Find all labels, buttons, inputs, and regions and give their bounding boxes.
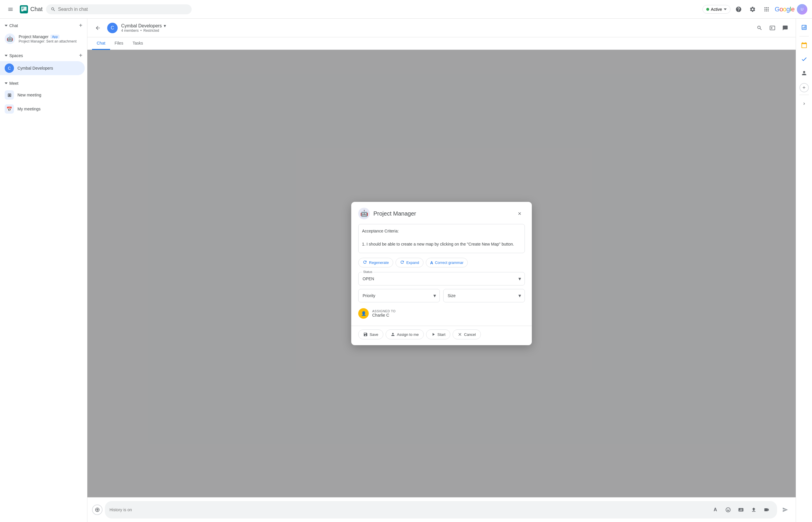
- new-meeting-label: New meeting: [18, 93, 41, 97]
- meet-section-header[interactable]: Meet: [0, 78, 87, 88]
- expand-icon: [400, 260, 405, 265]
- channel-video-button[interactable]: [767, 22, 778, 34]
- main-layout: Chat + 🤖 Project Manager App Project Man…: [0, 19, 812, 522]
- modal-bot-icon: 🤖: [358, 208, 370, 219]
- status-select-wrapper: Status OPEN IN PROGRESS DONE CANCELLED ▾: [358, 272, 525, 285]
- status-field: Status OPEN IN PROGRESS DONE CANCELLED ▾: [358, 272, 525, 285]
- channel-search-button[interactable]: [754, 22, 765, 34]
- right-sidebar: +: [796, 19, 812, 522]
- modal-overlay: 🤖 Project Manager × Acceptance Criteria:…: [87, 50, 796, 497]
- sidebar-calendar-button[interactable]: [798, 39, 811, 52]
- assign-to-me-button[interactable]: Assign to me: [386, 329, 424, 339]
- user-avatar[interactable]: U: [797, 4, 807, 15]
- size-select[interactable]: XS S M L XL: [444, 289, 525, 302]
- sidebar-item-project-manager[interactable]: 🤖 Project Manager App Project Manager: S…: [0, 31, 85, 46]
- assigned-to-section: 👤 ASSIGNED TO Charlie C: [358, 306, 525, 321]
- ai-actions: Regenerate Expand A Correct grammar: [358, 258, 525, 267]
- channel-header: C Cymbal Developers ▾ 4 members • Restri…: [87, 19, 796, 37]
- new-meeting-icon: ⊞: [5, 90, 14, 100]
- tab-chat[interactable]: Chat: [92, 37, 110, 50]
- save-button[interactable]: Save: [358, 329, 383, 339]
- regenerate-label: Regenerate: [369, 260, 389, 265]
- active-status-button[interactable]: Active: [703, 5, 730, 14]
- sidebar-check-button[interactable]: [798, 53, 811, 65]
- active-dot: [706, 8, 709, 11]
- app-tag: App: [50, 35, 60, 39]
- chat-add-button[interactable]: +: [79, 22, 82, 29]
- sidebar-tasks-button[interactable]: [798, 21, 811, 34]
- sidebar-item-info: Project Manager App Project Manager: Sen…: [19, 34, 77, 43]
- save-icon: [363, 332, 368, 337]
- svg-rect-4: [22, 8, 24, 9]
- modal-content-textarea[interactable]: Acceptance Criteria: 1. I should be able…: [358, 224, 525, 253]
- keyboard-button[interactable]: [735, 504, 747, 516]
- project-manager-label: Project Manager: [19, 34, 49, 39]
- upload-button[interactable]: [748, 504, 759, 516]
- svg-rect-3: [22, 7, 24, 8]
- search-input[interactable]: [58, 7, 187, 12]
- meet-section-label: Meet: [9, 81, 18, 86]
- tab-files[interactable]: Files: [110, 37, 128, 50]
- person-icon: [801, 70, 807, 76]
- correct-grammar-button[interactable]: A Correct grammar: [426, 258, 468, 267]
- channel-chat-button[interactable]: [779, 22, 791, 34]
- send-icon: [782, 507, 788, 513]
- priority-select[interactable]: Low Medium High Critical: [359, 289, 440, 302]
- modal-title: Project Manager: [373, 210, 511, 217]
- channel-dropdown-icon: ▾: [164, 23, 166, 28]
- chat-section-header[interactable]: Chat +: [0, 19, 87, 31]
- status-select[interactable]: OPEN IN PROGRESS DONE CANCELLED: [359, 273, 525, 285]
- settings-button[interactable]: [747, 3, 758, 15]
- channel-name-row[interactable]: Cymbal Developers ▾: [121, 23, 166, 28]
- expand-button[interactable]: Expand: [395, 258, 424, 267]
- start-icon: [431, 332, 436, 337]
- back-button[interactable]: [92, 22, 104, 34]
- search-bar[interactable]: [46, 4, 191, 14]
- format-text-button[interactable]: A: [709, 504, 721, 516]
- calendar-icon: [801, 42, 807, 48]
- priority-select-wrapper: Low Medium High Critical Priority ▾: [358, 289, 440, 302]
- video-call-icon: [764, 507, 770, 513]
- priority-size-row: Low Medium High Critical Priority ▾: [358, 289, 525, 302]
- chat-input-wrapper[interactable]: A: [105, 501, 777, 519]
- channel-header-actions: [754, 22, 791, 34]
- send-button[interactable]: [779, 504, 791, 516]
- modal-actions: Save Assign to me Start Cancel: [351, 326, 532, 345]
- topbar-right: Active Google U: [703, 3, 807, 15]
- meet-section-title: Meet: [5, 81, 18, 86]
- modal-close-button[interactable]: ×: [514, 208, 525, 219]
- help-button[interactable]: [733, 3, 745, 15]
- expand-label: Expand: [406, 260, 419, 265]
- sidebar-item-cymbal-developers[interactable]: C Cymbal Developers: [0, 61, 85, 75]
- add-content-button[interactable]: ⊕: [92, 504, 103, 515]
- assigned-avatar: 👤: [358, 308, 369, 319]
- spaces-section-label: Spaces: [9, 53, 23, 58]
- video-call-button[interactable]: [761, 504, 772, 516]
- sidebar-expand-button[interactable]: [798, 97, 811, 110]
- emoji-button[interactable]: [722, 504, 734, 516]
- regenerate-button[interactable]: Regenerate: [358, 258, 393, 267]
- sidebar-add-button[interactable]: +: [799, 83, 809, 92]
- chat-input[interactable]: [109, 507, 709, 512]
- sidebar-item-new-meeting[interactable]: ⊞ New meeting: [0, 88, 85, 102]
- sidebar-item-my-meetings[interactable]: 📅 My meetings: [0, 102, 85, 116]
- channel-members: 4 members: [121, 28, 139, 33]
- active-chevron-icon: [724, 8, 727, 10]
- spaces-section-title: Spaces: [5, 53, 23, 58]
- start-label: Start: [438, 333, 445, 337]
- spaces-section-header[interactable]: Spaces +: [0, 49, 87, 61]
- app-logo: Chat: [20, 5, 42, 14]
- sidebar-item-name-row: Project Manager App: [19, 34, 77, 39]
- cancel-button[interactable]: Cancel: [453, 329, 481, 339]
- assign-icon: [390, 332, 395, 337]
- start-button[interactable]: Start: [426, 329, 450, 339]
- keyboard-icon: [738, 507, 744, 513]
- correct-grammar-label: Correct grammar: [435, 260, 463, 265]
- tab-tasks[interactable]: Tasks: [128, 37, 148, 50]
- sidebar-person-button[interactable]: [798, 67, 811, 80]
- menu-button[interactable]: [5, 3, 16, 15]
- apps-button[interactable]: [761, 3, 772, 15]
- upload-icon: [751, 507, 757, 513]
- spaces-add-button[interactable]: +: [79, 52, 82, 59]
- cancel-icon: [458, 332, 462, 337]
